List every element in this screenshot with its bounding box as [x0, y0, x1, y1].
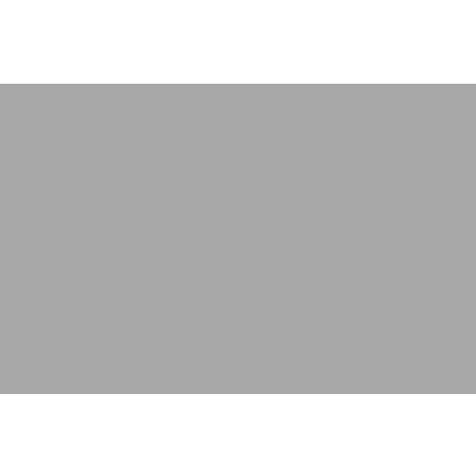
ableton-live-window [0, 84, 476, 394]
screenshot-canvas [0, 0, 476, 476]
